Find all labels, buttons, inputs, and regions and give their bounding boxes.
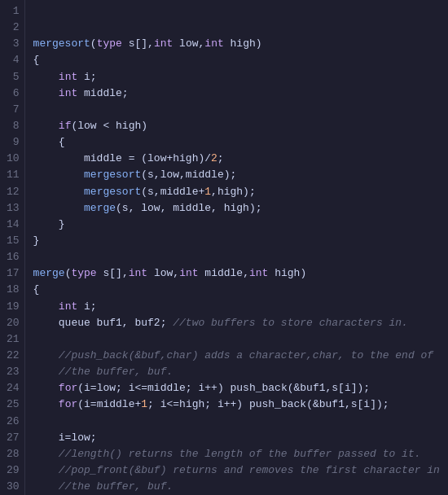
var-token: s,low,middle — [147, 169, 224, 181]
cm-token: //the buffer, buf. — [33, 366, 173, 378]
punct-token: , — [147, 37, 154, 50]
line-number: 10 — [7, 151, 20, 167]
fn-token: mergesort — [84, 186, 141, 198]
kw-token: int — [204, 37, 223, 50]
code-line: i=low; — [33, 430, 448, 446]
var-token: i=middle+ — [84, 398, 141, 410]
num-token: 1 — [141, 398, 147, 410]
code-line: if(low < high) — [33, 118, 448, 134]
kw-token: int — [179, 267, 198, 279]
line-number: 29 — [7, 462, 20, 479]
line-number: 3 — [7, 36, 20, 52]
line-number: 24 — [7, 380, 20, 396]
fn-token: merge — [33, 267, 65, 279]
var-token — [33, 186, 84, 198]
punct-token: ( — [90, 37, 97, 50]
code-line: int i; — [33, 299, 448, 315]
line-number: 9 — [7, 134, 20, 151]
kw-token: type — [97, 37, 122, 50]
line-number: 13 — [7, 200, 20, 217]
punct-token: } — [59, 218, 65, 230]
code-line: for(i=middle+1; i<=high; i++) push_back(… — [33, 396, 448, 413]
punct-token: ( — [77, 398, 84, 410]
line-number: 16 — [7, 249, 20, 265]
line-numbers: 1234567891011121314151617181920212223242… — [0, 0, 25, 495]
line-number: 8 — [7, 118, 20, 134]
kw-token: type — [71, 267, 96, 279]
fn-token: mergesort — [84, 169, 141, 181]
kw-token: int — [129, 267, 147, 279]
var-token: ; i<=high; i++ — [147, 398, 236, 410]
var-token: i; — [77, 71, 96, 83]
var-token: high — [224, 37, 256, 50]
code-line: middle = (low+high)/2; — [33, 151, 448, 167]
num-token: 1 — [204, 186, 211, 198]
kw-token: int — [59, 71, 77, 83]
punct-token: , — [122, 267, 129, 279]
punct-token: ); — [358, 382, 371, 394]
punct-token: ) — [236, 398, 243, 410]
line-number: 18 — [7, 282, 20, 298]
line-number: 22 — [7, 348, 20, 364]
var-token — [33, 382, 59, 394]
line-number: 30 — [7, 479, 20, 495]
punct-token: ( — [141, 169, 147, 181]
line-number: 5 — [7, 69, 20, 85]
code-line: int middle; — [33, 85, 448, 102]
line-number: 20 — [7, 315, 20, 331]
code-editor: 1234567891011121314151617181920212223242… — [0, 0, 448, 495]
code-line: } — [33, 233, 448, 249]
code-line: { — [33, 134, 448, 151]
var-token — [33, 120, 59, 132]
code-line — [33, 102, 448, 118]
var-token: low — [173, 37, 198, 50]
code-line: merge(type s[],int low,int middle,int hi… — [33, 265, 448, 282]
code-content[interactable]: mergesort(type s[],int low,int high){ in… — [25, 0, 448, 495]
punct-token: ( — [288, 382, 294, 394]
var-token: &buf1,s[i] — [313, 398, 376, 410]
var-token: i=low; i<=middle; i++ — [84, 382, 217, 394]
punct-token: ); — [224, 169, 237, 181]
line-number: 1 — [7, 3, 20, 20]
var-token: middle; — [77, 87, 128, 99]
line-number: 11 — [7, 167, 20, 183]
punct-token: , — [243, 267, 249, 279]
punct-token: ); — [249, 202, 262, 214]
cm-token: //the buffer, buf. — [33, 480, 173, 493]
kw-token: int — [154, 37, 173, 50]
line-number: 26 — [7, 414, 20, 430]
var-token — [33, 398, 59, 410]
punct-token: ) — [256, 37, 262, 50]
var-token — [33, 87, 59, 99]
punct-token: ); — [376, 398, 389, 410]
punct-token: ) — [300, 267, 306, 279]
punct-token: ); — [243, 186, 256, 198]
punct-token: , — [173, 267, 179, 279]
var-token: middle = (low+high)/ — [33, 152, 211, 164]
line-number: 28 — [7, 446, 20, 462]
var-token: s,middle+ — [147, 186, 204, 198]
code-line: } — [33, 217, 448, 233]
line-number: 12 — [7, 184, 20, 200]
code-line: //push_back(&buf,char) adds a character,… — [33, 348, 448, 364]
code-line: //the buffer, buf. — [33, 479, 448, 495]
punct-token: { — [59, 136, 65, 148]
punct-token: ) — [217, 382, 224, 394]
punct-token: ( — [77, 382, 84, 394]
line-number: 7 — [7, 102, 20, 118]
var-token: s, low, middle, high — [122, 202, 249, 214]
var-token: i; — [77, 300, 96, 313]
code-line: //pop_front(&buf) returns and removes th… — [33, 462, 448, 479]
var-token: &buf1,s[i] — [294, 382, 358, 394]
code-line: mergesort(s,low,middle); — [33, 167, 448, 183]
num-token: 2 — [211, 152, 217, 164]
line-number: 6 — [7, 85, 20, 102]
punct-token: { — [33, 283, 40, 296]
punct-token: ( — [141, 186, 147, 198]
var-token: s[] — [97, 267, 122, 279]
punct-token: } — [33, 234, 40, 247]
fn-token: mergesort — [33, 37, 90, 50]
code-line — [33, 249, 448, 265]
line-number: 19 — [7, 299, 20, 315]
kw-token: if — [59, 120, 72, 132]
